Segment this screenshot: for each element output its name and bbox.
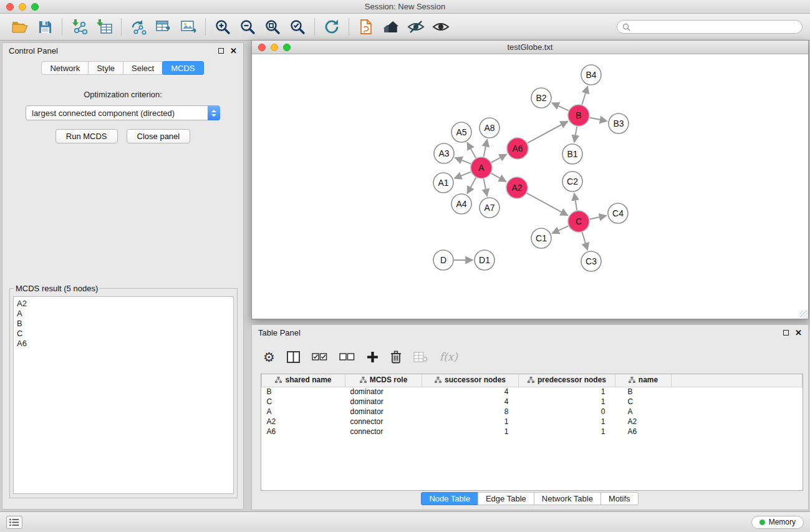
table-row[interactable]: A6connector11A6 bbox=[262, 427, 803, 437]
table-settings-button[interactable]: ⚙ bbox=[263, 348, 275, 365]
list-item[interactable]: B bbox=[17, 319, 230, 329]
show-graphics-details-button[interactable] bbox=[428, 16, 453, 38]
graph-edge[interactable] bbox=[528, 122, 568, 143]
resize-grip-icon[interactable] bbox=[800, 311, 808, 318]
search-field[interactable] bbox=[617, 20, 803, 34]
graph-edge[interactable] bbox=[552, 103, 569, 110]
table-row[interactable]: A2connector11A2 bbox=[262, 417, 803, 427]
graph-node-B2[interactable]: B2 bbox=[531, 88, 551, 108]
clone-network-button[interactable] bbox=[126, 16, 151, 38]
graph-node-C3[interactable]: C3 bbox=[581, 251, 601, 271]
column-header[interactable]: name bbox=[615, 374, 672, 387]
graph-edge[interactable] bbox=[484, 179, 488, 196]
tab-network-table[interactable]: Network Table bbox=[534, 492, 601, 505]
graph-node-A1[interactable]: A1 bbox=[433, 173, 453, 193]
graph-edge[interactable] bbox=[590, 118, 607, 122]
run-mcds-button[interactable]: Run MCDS bbox=[55, 129, 118, 143]
import-network-file-button[interactable] bbox=[67, 16, 92, 38]
graph-node-C2[interactable]: C2 bbox=[562, 172, 582, 191]
graph-node-A[interactable]: A bbox=[471, 157, 492, 178]
graph-edge[interactable] bbox=[484, 140, 488, 157]
delete-column-button[interactable] bbox=[390, 348, 402, 365]
column-header[interactable]: shared name bbox=[262, 374, 345, 387]
select-all-columns-button[interactable] bbox=[312, 348, 327, 365]
table-row[interactable]: Cdominator41C bbox=[262, 397, 803, 407]
minimize-network-window-button[interactable] bbox=[271, 44, 278, 51]
zoom-in-button[interactable] bbox=[210, 16, 235, 38]
tab-edge-table[interactable]: Edge Table bbox=[478, 492, 534, 505]
table-row[interactable]: Adominator80A bbox=[262, 407, 803, 417]
close-network-window-button[interactable] bbox=[258, 44, 266, 51]
graph-edge[interactable] bbox=[467, 178, 476, 194]
graph-node-B[interactable]: B bbox=[568, 105, 589, 126]
graph-node-A6[interactable]: A6 bbox=[507, 138, 528, 159]
network-canvas[interactable]: B4B2BB3A5A8A6B1A3AC2A1A2A4A7C4CC1C3DD1 bbox=[252, 54, 808, 319]
graph-node-A7[interactable]: A7 bbox=[480, 198, 499, 218]
table-row[interactable]: Bdominator41B bbox=[262, 387, 803, 397]
task-history-button[interactable] bbox=[6, 516, 22, 529]
save-session-button[interactable] bbox=[32, 16, 57, 38]
unselect-all-columns-button[interactable] bbox=[339, 348, 355, 365]
zoom-selected-button[interactable] bbox=[285, 16, 310, 38]
graph-edge[interactable] bbox=[582, 232, 587, 250]
open-session-file-button[interactable] bbox=[354, 16, 378, 38]
network-window-titlebar[interactable]: testGlobe.txt bbox=[252, 41, 808, 54]
home-button[interactable] bbox=[378, 16, 403, 38]
close-window-button[interactable] bbox=[6, 3, 14, 11]
mcds-result-list[interactable]: A2ABCA6 bbox=[13, 296, 234, 494]
graph-edge[interactable] bbox=[491, 154, 507, 162]
graph-edge[interactable] bbox=[527, 193, 568, 216]
graph-edge[interactable] bbox=[552, 226, 568, 233]
minimize-window-button[interactable] bbox=[19, 3, 26, 11]
close-panel-button[interactable]: Close panel bbox=[127, 129, 191, 143]
hide-graphics-details-button[interactable] bbox=[403, 16, 428, 38]
list-item[interactable]: A2 bbox=[17, 299, 230, 309]
graph-edge[interactable] bbox=[491, 173, 506, 181]
import-network-database-button[interactable] bbox=[151, 16, 176, 38]
graph-edge[interactable] bbox=[455, 172, 471, 178]
tab-style[interactable]: Style bbox=[88, 61, 123, 75]
tab-mcds[interactable]: MCDS bbox=[162, 61, 203, 75]
graph-edge[interactable] bbox=[582, 86, 587, 105]
tab-network[interactable]: Network bbox=[41, 61, 89, 75]
column-header[interactable]: successor nodes bbox=[422, 374, 519, 387]
create-column-button[interactable] bbox=[367, 348, 378, 365]
refresh-view-button[interactable] bbox=[319, 16, 344, 38]
delete-table-button[interactable] bbox=[413, 348, 428, 365]
show-columns-button[interactable] bbox=[287, 348, 300, 365]
zoom-out-button[interactable] bbox=[235, 16, 260, 38]
graph-node-B1[interactable]: B1 bbox=[562, 144, 582, 164]
float-table-panel-icon[interactable] bbox=[783, 330, 789, 336]
graph-node-C1[interactable]: C1 bbox=[531, 228, 551, 248]
graph-edge[interactable] bbox=[590, 216, 607, 220]
node-table[interactable]: shared nameMCDS rolesuccessor nodesprede… bbox=[261, 374, 803, 491]
import-table-file-button[interactable] bbox=[92, 16, 117, 38]
graph-node-B4[interactable]: B4 bbox=[581, 65, 601, 85]
graph-edge[interactable] bbox=[467, 143, 476, 158]
graph-node-A5[interactable]: A5 bbox=[451, 122, 471, 142]
zoom-fit-button[interactable] bbox=[260, 16, 285, 38]
graph-node-B3[interactable]: B3 bbox=[609, 114, 629, 133]
graph-edge[interactable] bbox=[455, 158, 471, 164]
list-item[interactable]: C bbox=[17, 329, 230, 339]
export-image-button[interactable] bbox=[176, 16, 201, 38]
network-graph[interactable]: B4B2BB3A5A8A6B1A3AC2A1A2A4A7C4CC1C3DD1 bbox=[252, 54, 808, 319]
graph-node-A3[interactable]: A3 bbox=[434, 143, 454, 163]
column-header[interactable]: predecessor nodes bbox=[519, 374, 615, 387]
list-item[interactable]: A bbox=[17, 309, 230, 319]
graph-node-C[interactable]: C bbox=[568, 211, 589, 232]
graph-node-D[interactable]: D bbox=[433, 250, 453, 270]
memory-button[interactable]: Memory bbox=[751, 516, 804, 529]
graph-edge[interactable] bbox=[574, 193, 577, 210]
column-header[interactable]: MCDS role bbox=[345, 374, 422, 387]
close-panel-icon[interactable]: ✕ bbox=[230, 47, 237, 55]
zoom-network-window-button[interactable] bbox=[283, 44, 291, 51]
tab-select[interactable]: Select bbox=[123, 61, 163, 75]
criterion-dropdown[interactable]: largest connected component (directed) bbox=[26, 105, 220, 120]
graph-node-C4[interactable]: C4 bbox=[608, 203, 628, 223]
graph-node-A4[interactable]: A4 bbox=[451, 194, 471, 214]
float-panel-icon[interactable] bbox=[218, 48, 224, 54]
list-item[interactable]: A6 bbox=[17, 339, 230, 349]
graph-node-D1[interactable]: D1 bbox=[475, 250, 494, 270]
graph-node-A2[interactable]: A2 bbox=[506, 177, 528, 198]
